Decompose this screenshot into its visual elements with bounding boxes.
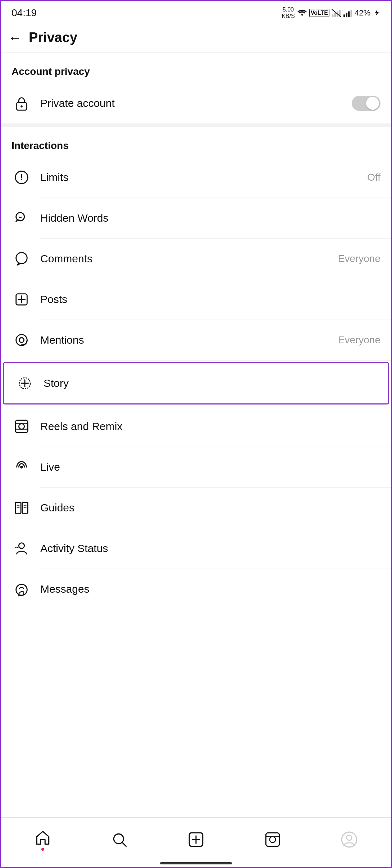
- limits-value: Off: [367, 172, 380, 183]
- lock-icon: [12, 93, 32, 113]
- account-privacy-label: Account privacy: [1, 53, 391, 83]
- section-divider-1: [1, 123, 391, 127]
- svg-point-46: [347, 835, 352, 841]
- activity-status-item[interactable]: Activity Status: [1, 528, 391, 569]
- nav-home[interactable]: [27, 825, 59, 854]
- activity-status-icon: [12, 538, 32, 559]
- battery-percent: 42%: [355, 8, 370, 18]
- home-icon: [34, 828, 52, 846]
- posts-label: Posts: [40, 293, 380, 306]
- home-indicator: [160, 862, 232, 864]
- story-item[interactable]: Story: [3, 362, 389, 404]
- reels-icon: [12, 416, 32, 437]
- interactions-label: Interactions: [1, 127, 391, 157]
- activity-status-label: Activity Status: [40, 542, 380, 555]
- hidden-words-icon: [12, 208, 32, 228]
- content-spacer: [1, 609, 391, 817]
- account-privacy-section: Account privacy Private account: [1, 53, 391, 123]
- private-account-label: Private account: [40, 97, 352, 109]
- signal-icon-2: [343, 9, 352, 17]
- svg-rect-7: [348, 11, 350, 17]
- reels-item[interactable]: Reels and Remix: [1, 406, 391, 447]
- svg-point-11: [20, 105, 23, 108]
- comments-value: Everyone: [338, 253, 380, 265]
- wifi-icon: [297, 9, 307, 17]
- comments-item[interactable]: Comments Everyone: [1, 239, 391, 279]
- svg-point-36: [16, 584, 27, 596]
- nav-reels[interactable]: [256, 827, 289, 852]
- limits-label: Limits: [40, 171, 367, 184]
- private-account-toggle[interactable]: [352, 96, 380, 111]
- hidden-words-item[interactable]: Hidden Words: [1, 198, 391, 238]
- nav-profile[interactable]: [333, 827, 365, 852]
- nav-search[interactable]: [103, 827, 136, 852]
- messages-icon: [12, 579, 32, 599]
- mentions-label: Mentions: [40, 334, 338, 346]
- svg-rect-6: [346, 13, 347, 17]
- volte-icon: VoLTE: [309, 9, 329, 17]
- svg-point-43: [270, 837, 276, 843]
- live-label: Live: [40, 461, 380, 473]
- status-time: 04:19: [12, 7, 37, 19]
- private-account-item[interactable]: Private account: [1, 83, 391, 123]
- story-label: Story: [44, 377, 377, 389]
- live-item[interactable]: Live: [1, 447, 391, 487]
- svg-line-38: [122, 842, 126, 846]
- home-dot: [41, 848, 44, 851]
- svg-rect-8: [351, 10, 352, 17]
- comments-icon: [12, 249, 32, 269]
- svg-rect-0: [332, 14, 333, 17]
- posts-item[interactable]: Posts: [1, 279, 391, 320]
- mentions-item[interactable]: Mentions Everyone: [1, 320, 391, 360]
- svg-point-20: [19, 338, 24, 342]
- svg-point-28: [20, 466, 23, 469]
- limits-icon: !: [12, 167, 32, 187]
- nav-create[interactable]: [180, 827, 212, 852]
- status-bar: 04:19 5.00KB/S VoLTE 42%: [1, 1, 391, 23]
- svg-point-35: [19, 543, 24, 548]
- svg-text:!: !: [20, 173, 23, 182]
- network-speed: 5.00KB/S: [282, 6, 295, 19]
- hidden-words-label: Hidden Words: [40, 212, 380, 224]
- svg-rect-24: [15, 420, 28, 433]
- svg-rect-42: [266, 833, 279, 846]
- profile-icon: [340, 831, 358, 849]
- svg-point-15: [16, 253, 27, 264]
- comments-label: Comments: [40, 253, 338, 265]
- status-icons: 5.00KB/S VoLTE 42%: [282, 6, 380, 19]
- reels-nav-icon: [264, 831, 282, 849]
- story-icon: [15, 373, 35, 393]
- svg-marker-9: [375, 10, 379, 16]
- mentions-icon: [12, 330, 32, 350]
- signal-icon-1: [332, 9, 341, 17]
- live-icon: [12, 457, 32, 477]
- svg-rect-1: [334, 13, 336, 17]
- interactions-section: Interactions ! Limits Off Hidden Words: [1, 127, 391, 609]
- messages-item[interactable]: Messages: [1, 569, 391, 609]
- page-header: ← Privacy: [1, 23, 391, 53]
- page-title: Privacy: [29, 30, 77, 45]
- mentions-value: Everyone: [338, 334, 380, 346]
- create-icon: [187, 831, 205, 849]
- search-icon: [110, 831, 128, 849]
- posts-icon: [12, 289, 32, 309]
- charging-icon: [373, 10, 380, 16]
- guides-item[interactable]: Guides: [1, 488, 391, 528]
- limits-item[interactable]: ! Limits Off: [1, 157, 391, 198]
- reels-label: Reels and Remix: [40, 420, 380, 433]
- back-button[interactable]: ←: [8, 31, 22, 45]
- messages-label: Messages: [40, 583, 380, 595]
- svg-point-25: [19, 424, 24, 429]
- guides-icon: [12, 498, 32, 518]
- bottom-nav: [1, 817, 391, 858]
- guides-label: Guides: [40, 502, 380, 514]
- svg-rect-5: [343, 14, 345, 17]
